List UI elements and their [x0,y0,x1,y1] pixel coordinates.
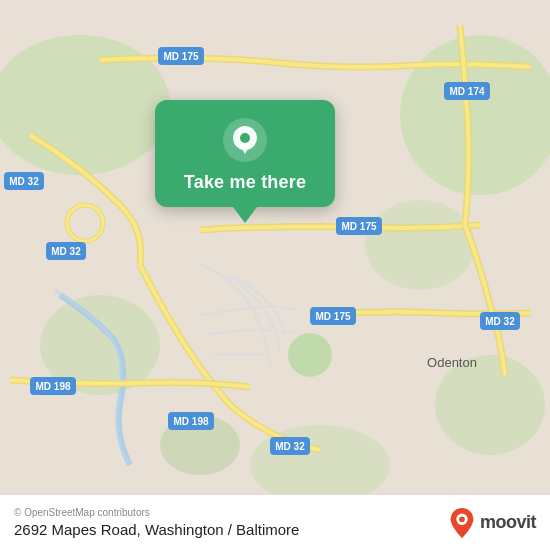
svg-point-37 [459,516,465,522]
svg-point-7 [435,355,545,455]
svg-point-6 [365,200,475,290]
moovit-logo: moovit [448,506,536,540]
svg-point-34 [240,133,250,143]
svg-text:MD 198: MD 198 [35,381,70,392]
take-me-there-button[interactable]: Take me there [184,172,306,193]
svg-text:MD 32: MD 32 [51,246,81,257]
svg-text:MD 198: MD 198 [173,416,208,427]
svg-text:Odenton: Odenton [427,355,477,370]
location-pin-icon [223,118,267,162]
svg-text:MD 32: MD 32 [275,441,305,452]
moovit-wordmark: moovit [480,512,536,533]
svg-point-4 [250,425,390,505]
map-container: MD 175 MD 174 MD 32 MD 32 MD 175 MD 175 … [0,0,550,550]
copyright-text: © OpenStreetMap contributors [14,507,299,518]
popup-card: Take me there [155,100,335,207]
map-background: MD 175 MD 174 MD 32 MD 32 MD 175 MD 175 … [0,0,550,550]
svg-text:MD 175: MD 175 [341,221,376,232]
svg-text:MD 174: MD 174 [449,86,484,97]
svg-point-31 [288,333,332,377]
bottom-left-info: © OpenStreetMap contributors 2692 Mapes … [14,507,299,538]
svg-text:MD 175: MD 175 [315,311,350,322]
svg-text:MD 175: MD 175 [163,51,198,62]
moovit-pin-icon [448,506,476,540]
address-text: 2692 Mapes Road, Washington / Baltimore [14,521,299,538]
svg-text:MD 32: MD 32 [485,316,515,327]
svg-text:MD 32: MD 32 [9,176,39,187]
bottom-bar: © OpenStreetMap contributors 2692 Mapes … [0,494,550,550]
